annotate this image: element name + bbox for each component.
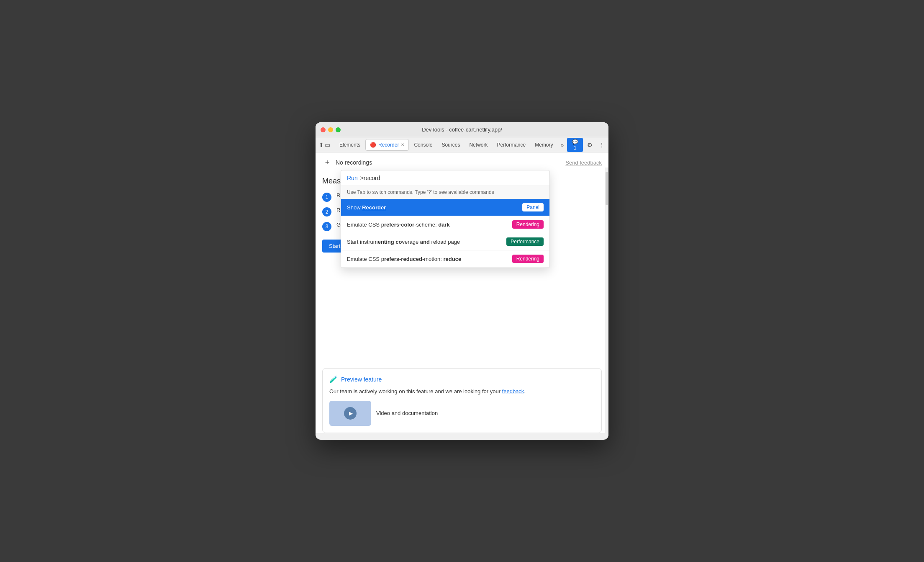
recorder-top-bar: + No recordings Send feedback	[316, 152, 608, 173]
devtools-window: DevTools - coffee-cart.netlify.app/ ⬆ ▭ …	[316, 122, 608, 440]
flask-icon: 🧪	[329, 375, 338, 383]
titlebar: DevTools - coffee-cart.netlify.app/	[316, 122, 608, 137]
preview-description: Our team is actively working on this fea…	[329, 387, 595, 396]
device-icon[interactable]: ▭	[325, 139, 330, 151]
command-item-coverage[interactable]: Start instrumenting coverage and reload …	[341, 233, 549, 250]
tab-recorder-label: Recorder	[378, 142, 399, 148]
tab-elements[interactable]: Elements	[335, 139, 364, 151]
add-recording-button[interactable]: +	[322, 157, 332, 168]
command-item-css-motion[interactable]: Emulate CSS prefers-reduced-motion: redu…	[341, 250, 549, 268]
video-thumbnail: ▶	[329, 401, 371, 426]
devtools-body: + No recordings Send feedback Measure pe…	[316, 152, 608, 433]
minimize-button[interactable]	[328, 127, 333, 132]
preview-text-before: Our team is actively working on this fea…	[329, 388, 502, 394]
tab-actions: 💬 1 ⚙ ⋮	[567, 138, 607, 152]
settings-icon[interactable]: ⚙	[585, 139, 595, 151]
tab-elements-label: Elements	[339, 142, 360, 148]
video-label-text: Video and documentation	[376, 410, 438, 416]
tab-memory[interactable]: Memory	[531, 139, 557, 151]
play-icon: ▶	[344, 407, 357, 420]
tab-memory-label: Memory	[535, 142, 553, 148]
command-item-css-motion-text: Emulate CSS prefers-reduced-motion: redu…	[347, 256, 508, 262]
traffic-lights	[321, 127, 341, 132]
devtools-tab-bar: ⬆ ▭ Elements 🔴 Recorder ✕ Console Source…	[316, 137, 608, 152]
chat-button[interactable]: 💬 1	[567, 138, 583, 152]
highlight-enting: enting	[378, 239, 394, 245]
tab-sources[interactable]: Sources	[437, 139, 464, 151]
run-label: Run	[347, 175, 358, 181]
tab-recorder-close[interactable]: ✕	[401, 142, 404, 147]
tab-performance[interactable]: Performance	[493, 139, 530, 151]
cursor-icon[interactable]: ⬆	[319, 139, 324, 151]
send-feedback-link[interactable]: Send feedback	[565, 160, 602, 166]
highlight-prefers-color: refers-color	[384, 222, 414, 228]
command-item-css-color[interactable]: Emulate CSS prefers-color-scheme: dark R…	[341, 216, 549, 233]
highlight-recorder: Recorder	[362, 204, 386, 211]
video-documentation: ▶ Video and documentation	[329, 401, 595, 426]
window-title: DevTools - coffee-cart.netlify.app/	[422, 126, 502, 133]
command-input-text[interactable]: >record	[360, 175, 380, 181]
close-button[interactable]	[321, 127, 326, 132]
recorder-icon: 🔴	[370, 142, 376, 148]
step-1-number: 1	[322, 193, 331, 202]
preview-feature-box: 🧪 Preview feature Our team is actively w…	[322, 368, 602, 433]
tab-recorder[interactable]: 🔴 Recorder ✕	[365, 139, 409, 151]
command-input-row: Run >record	[341, 170, 549, 186]
maximize-button[interactable]	[336, 127, 341, 132]
tab-performance-label: Performance	[497, 142, 526, 148]
tab-console[interactable]: Console	[410, 139, 436, 151]
badge-performance: Performance	[506, 237, 544, 246]
command-item-css-color-text: Emulate CSS prefers-color-scheme: dark	[347, 222, 508, 228]
more-tabs-icon[interactable]: »	[558, 142, 567, 148]
preview-text-after: .	[524, 388, 526, 394]
badge-rendering-2: Rendering	[512, 255, 544, 263]
preview-title: 🧪 Preview feature	[329, 375, 595, 383]
command-hint: Use Tab to switch commands. Type '?' to …	[341, 186, 549, 199]
step-2-number: 2	[322, 207, 331, 217]
badge-rendering-1: Rendering	[512, 220, 544, 229]
step-3-number: 3	[322, 222, 331, 231]
tab-console-label: Console	[414, 142, 432, 148]
no-recordings-label: No recordings	[336, 159, 372, 166]
tab-network[interactable]: Network	[465, 139, 492, 151]
preview-title-text: Preview feature	[341, 376, 382, 383]
highlight-prefers-motion: refers-reduced	[384, 256, 422, 262]
tab-sources-label: Sources	[441, 142, 460, 148]
command-item-show-recorder[interactable]: Show Recorder Panel	[341, 199, 549, 216]
kebab-menu-icon[interactable]: ⋮	[597, 139, 607, 151]
badge-panel: Panel	[522, 203, 544, 211]
feedback-link[interactable]: feedback	[502, 388, 524, 394]
scrollbar-thumb[interactable]	[606, 172, 608, 205]
command-item-coverage-text: Start instrumenting coverage and reload …	[347, 239, 502, 245]
command-palette: Run >record Use Tab to switch commands. …	[341, 170, 550, 268]
scrollbar[interactable]	[605, 168, 608, 440]
command-item-show-recorder-text: Show Recorder	[347, 204, 518, 211]
tab-network-label: Network	[469, 142, 488, 148]
